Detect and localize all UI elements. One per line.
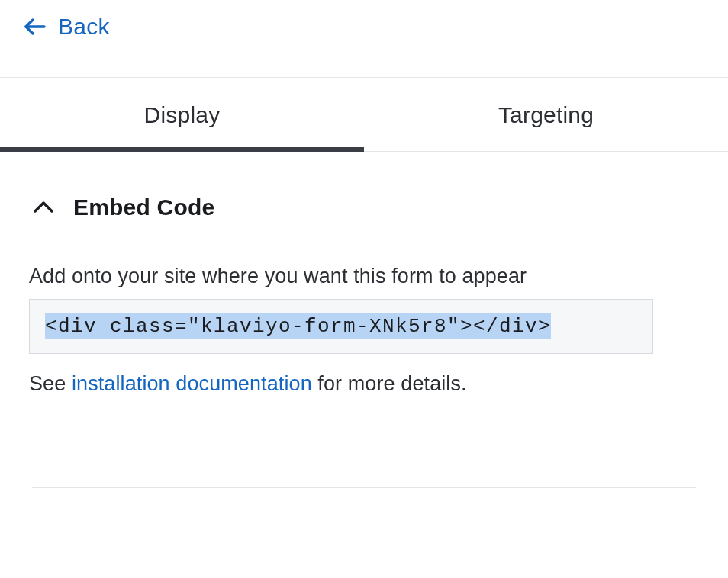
embed-code-box[interactable]: <div class="klaviyo-form-XNk5r8"></div> bbox=[29, 299, 653, 354]
arrow-left-icon bbox=[23, 14, 47, 39]
embed-instruction: Add onto your site where you want this f… bbox=[29, 265, 696, 288]
installation-documentation-link[interactable]: installation documentation bbox=[72, 372, 312, 395]
help-suffix: for more details. bbox=[312, 372, 467, 395]
display-panel: Embed Code Add onto your site where you … bbox=[0, 152, 728, 396]
tab-display[interactable]: Display bbox=[0, 78, 364, 151]
tabs: Display Targeting bbox=[0, 77, 728, 152]
embed-code-text: <div class="klaviyo-form-XNk5r8"></div> bbox=[45, 313, 551, 339]
divider bbox=[32, 487, 696, 488]
embed-code-toggle[interactable]: Embed Code bbox=[32, 194, 696, 220]
help-prefix: See bbox=[29, 372, 72, 395]
back-button[interactable]: Back bbox=[23, 14, 110, 40]
back-label: Back bbox=[58, 14, 110, 40]
tab-targeting[interactable]: Targeting bbox=[364, 78, 728, 151]
help-text: See installation documentation for more … bbox=[29, 372, 696, 396]
section-title: Embed Code bbox=[73, 194, 214, 220]
chevron-up-icon bbox=[32, 196, 55, 219]
